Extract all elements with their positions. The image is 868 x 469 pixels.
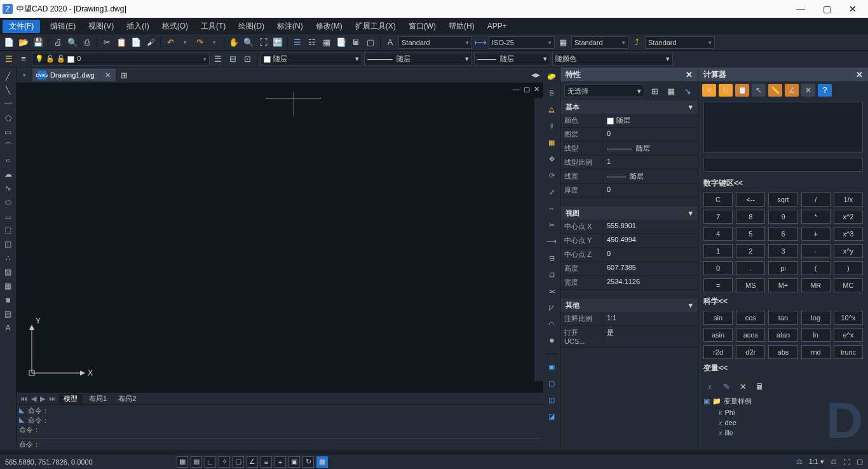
vertical-scrollbar[interactable] — [534, 98, 543, 381]
ellipsearc-icon[interactable]: ⌓ — [2, 210, 15, 222]
calc-var-header[interactable]: 变量<< — [698, 359, 868, 377]
calc-key-pi[interactable]: pi — [768, 261, 797, 275]
selectobjs-icon[interactable]: ▦ — [665, 85, 677, 97]
calc-key-rnd[interactable]: rnd — [801, 345, 831, 359]
array-icon[interactable]: ▦ — [545, 136, 558, 149]
move-icon[interactable]: ✥ — [545, 153, 558, 165]
menu-help[interactable]: 帮助(H) — [442, 20, 481, 33]
menu-insert[interactable]: 插入(I) — [120, 20, 155, 33]
arc-icon[interactable]: ⌒ — [2, 140, 15, 153]
ws-switch-icon[interactable]: ⛶ — [843, 458, 850, 466]
menu-view[interactable]: 视图(V) — [82, 20, 120, 33]
calc-key-x^3[interactable]: x^3 — [834, 227, 863, 241]
print-icon[interactable]: 🖨 — [51, 36, 64, 49]
draworder-back-icon[interactable]: ▢ — [545, 377, 558, 390]
polygon-icon[interactable]: ⬠ — [2, 112, 15, 125]
calc-key-asin[interactable]: asin — [703, 328, 733, 342]
calc-num-header[interactable]: 数字键区<< — [698, 174, 868, 193]
calc-key-+[interactable]: + — [801, 227, 831, 241]
pickadd-icon[interactable]: ↘ — [681, 85, 694, 97]
view-maximize-icon[interactable]: ▢ — [524, 85, 530, 93]
calc-key-1[interactable]: 1 — [703, 244, 733, 258]
fillet-icon[interactable]: ◠ — [545, 318, 558, 330]
layer-off-icon[interactable]: ⊡ — [241, 53, 254, 65]
var-del-icon[interactable]: ✕ — [736, 380, 749, 393]
hatch-icon[interactable]: ▨ — [2, 266, 15, 278]
paste-icon[interactable]: 📄 — [130, 36, 142, 49]
var-new-icon[interactable]: 𝑥 — [703, 380, 716, 393]
menu-file[interactable]: 文件(F) — [3, 20, 40, 33]
properties-close-icon[interactable]: ✕ — [686, 70, 693, 79]
layer-props-icon[interactable]: ☰ — [3, 53, 15, 65]
plotstyle-combo[interactable]: 随颜色▾ — [552, 53, 673, 65]
textstyle-combo[interactable]: Standard▾ — [398, 36, 472, 49]
calc-help-icon[interactable]: ? — [818, 84, 832, 97]
region-icon[interactable]: ◙ — [2, 294, 15, 306]
calc-key-1/x[interactable]: 1/x — [834, 193, 863, 207]
scale-icon[interactable]: ⤢ — [545, 186, 558, 198]
circle-icon[interactable]: ○ — [2, 154, 15, 167]
var-item[interactable]: xille — [703, 428, 863, 438]
command-input[interactable] — [43, 441, 541, 449]
spline-icon[interactable]: ∿ — [2, 182, 15, 194]
dyn-icon[interactable]: + — [275, 456, 286, 468]
calc-key-x^y[interactable]: x^y — [834, 244, 863, 258]
close-button[interactable]: ✕ — [845, 4, 860, 14]
calc-key-10^x[interactable]: 10^x — [834, 311, 863, 325]
calc-angle-icon[interactable]: ∠ — [785, 84, 799, 97]
match-icon[interactable]: 🖌 — [144, 36, 157, 49]
new-icon[interactable]: 📄 — [3, 36, 15, 49]
calc-key-<--[interactable]: <-- — [736, 193, 765, 207]
calc-key-sin[interactable]: sin — [703, 311, 733, 325]
calc-key-d2r[interactable]: d2r — [736, 345, 765, 359]
doc-tab[interactable]: DWG Drawing1.dwg ✕ — [32, 69, 116, 81]
menu-ext[interactable]: 扩展工具(X) — [349, 20, 402, 33]
tab-first-icon[interactable]: ⏮ — [19, 395, 29, 402]
calc-key-trunc[interactable]: trunc — [834, 345, 863, 359]
calc-input[interactable] — [703, 158, 863, 172]
block-icon[interactable]: ◫ — [2, 238, 15, 250]
tab-next-icon[interactable]: ▶ — [39, 395, 46, 403]
calc-key-abs[interactable]: abs — [768, 345, 797, 359]
xline-icon[interactable]: ╲ — [2, 84, 15, 97]
sheet-set-icon[interactable]: 📑 — [335, 36, 348, 49]
cycle-icon[interactable]: ↻ — [302, 456, 314, 468]
calc-key-6[interactable]: 6 — [768, 227, 797, 241]
menu-window[interactable]: 窗口(W) — [402, 20, 442, 33]
join-icon[interactable]: ⫘ — [545, 285, 558, 297]
point-icon[interactable]: ∴ — [2, 252, 15, 264]
calc-key-9[interactable]: 9 — [768, 210, 797, 224]
tablestyle-icon[interactable]: ▦ — [557, 36, 569, 49]
calc-dist-icon[interactable]: 📏 — [768, 84, 782, 97]
break-at-icon[interactable]: ⊟ — [545, 252, 558, 264]
tab-scroll[interactable]: ◀▶ — [528, 67, 543, 83]
rectangle-icon[interactable]: ▭ — [2, 126, 15, 139]
calc-key-x^2[interactable]: x^2 — [834, 210, 863, 224]
menu-edit[interactable]: 编辑(E) — [44, 20, 82, 33]
calc-key-sqrt[interactable]: sqrt — [768, 193, 797, 207]
zoom-prev-icon[interactable]: 🔙 — [271, 36, 284, 49]
pan-icon[interactable]: ✋ — [227, 36, 240, 49]
mleader-icon[interactable]: ⤴ — [630, 36, 643, 49]
mtext-icon[interactable]: A — [2, 322, 15, 334]
calc-paste-icon[interactable]: 📋 — [735, 84, 749, 97]
break-icon[interactable]: ⊡ — [545, 268, 558, 281]
viewport[interactable]: — ▢ ✕ Y X — [17, 83, 543, 393]
open-icon[interactable]: 📂 — [17, 36, 30, 49]
calc-sci-header[interactable]: 科学<< — [698, 292, 868, 311]
calc-key-tan[interactable]: tan — [768, 311, 797, 325]
selection-combo[interactable]: 无选择▾ — [564, 85, 644, 97]
calc-key-5[interactable]: 5 — [736, 227, 765, 241]
layer-combo[interactable]: 💡 🔓 🔓 0 ▾ — [32, 53, 210, 65]
line-icon[interactable]: ╱ — [2, 70, 15, 83]
explode-icon[interactable]: ✸ — [545, 334, 558, 347]
tab-layout1[interactable]: 布局1 — [84, 394, 112, 404]
calc-key-MR[interactable]: MR — [801, 278, 831, 292]
calc-key--[interactable]: - — [801, 244, 831, 258]
calc-key-cos[interactable]: cos — [736, 311, 765, 325]
calc-key-log[interactable]: log — [801, 311, 831, 325]
calc-key-M+[interactable]: M+ — [768, 278, 797, 292]
polyline-icon[interactable]: 〰 — [2, 98, 15, 111]
calc-close-icon[interactable]: ✕ — [856, 70, 863, 79]
tab-model[interactable]: 模型 — [58, 394, 83, 404]
